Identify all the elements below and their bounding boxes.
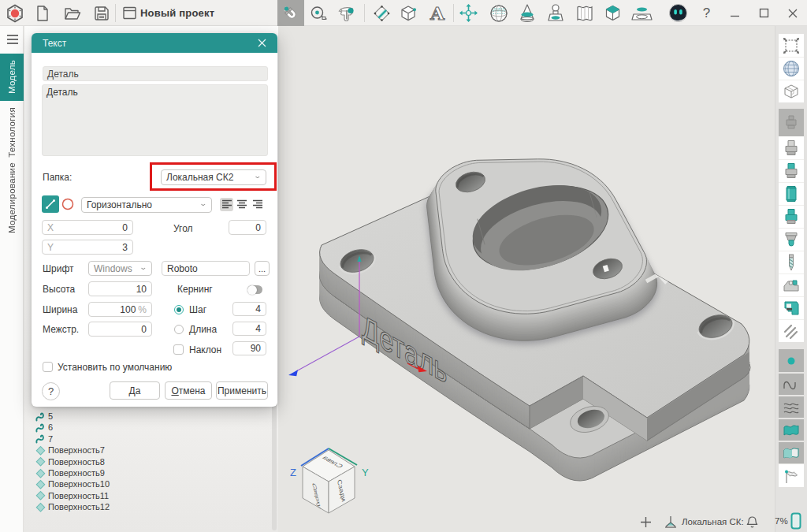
wave-surface-button[interactable]	[779, 395, 804, 418]
maximize-button[interactable]	[754, 0, 774, 26]
menu-hamburger-icon[interactable]	[7, 35, 18, 44]
punch-tool-button[interactable]	[779, 109, 804, 136]
ok-button[interactable]: Да	[110, 381, 160, 400]
slant-checkbox[interactable]	[173, 344, 184, 355]
dialog-help-button[interactable]: ?	[42, 382, 60, 400]
tree-item[interactable]: 5	[35, 411, 53, 422]
tree-item[interactable]: Поверхность10	[35, 478, 110, 490]
step-cone-button[interactable]	[779, 228, 804, 251]
tree-item[interactable]: Поверхность8	[35, 456, 105, 467]
close-button[interactable]	[783, 0, 803, 26]
step-input[interactable]: 4	[232, 302, 266, 316]
box-primitive-button[interactable]	[397, 0, 419, 26]
measure-tape-button[interactable]	[307, 0, 330, 26]
bolt-teal-flange-button[interactable]	[779, 205, 804, 228]
align-center-button[interactable]	[235, 198, 248, 211]
tree-item[interactable]: 6	[35, 422, 53, 433]
x-input[interactable]: X0	[42, 220, 133, 235]
length-input[interactable]: 4	[232, 322, 266, 336]
loft-surface-button[interactable]	[573, 0, 597, 26]
project-window-icon[interactable]	[119, 0, 139, 26]
folder-combobox[interactable]: Локальная СК2⌄	[161, 169, 266, 185]
minimize-button[interactable]	[725, 0, 745, 26]
step-radio[interactable]	[174, 305, 184, 314]
set-default-checkbox[interactable]	[43, 362, 53, 372]
text-tool-button[interactable]: A	[426, 0, 449, 26]
solid-box-button[interactable]	[601, 0, 624, 26]
viewport-3d[interactable]: Деталь Z Y Слева Сверху Сзади Локальная …	[278, 26, 775, 532]
align-left-button[interactable]	[220, 198, 233, 211]
tab-modeling[interactable]: Моделирование	[0, 166, 24, 230]
app-logo[interactable]	[3, 0, 27, 26]
name-input[interactable]: Деталь	[43, 66, 268, 81]
view-cube[interactable]: Z Y Слева Сверху Сзади	[290, 448, 369, 513]
point-tool-button[interactable]	[779, 349, 804, 372]
move-tool-button[interactable]	[457, 0, 480, 26]
font-source-combobox[interactable]: Windows⌄	[88, 261, 152, 276]
flag-half-button[interactable]	[779, 441, 804, 463]
height-input[interactable]: 10	[88, 281, 152, 296]
width-input[interactable]: 100%	[88, 302, 152, 317]
angle-input[interactable]: 0	[229, 220, 266, 235]
magnet-snap-button[interactable]	[277, 0, 304, 26]
coordinate-system-icon[interactable]	[662, 513, 679, 530]
mesh-sphere-button[interactable]	[487, 0, 511, 26]
tree-item[interactable]: Поверхность9	[35, 467, 105, 479]
title-bar: Новый проект	[0, 0, 807, 26]
svg-text:A: A	[430, 4, 445, 23]
flag-teal-button[interactable]	[779, 418, 804, 441]
sketch-plane-button[interactable]	[370, 0, 394, 26]
tree-item[interactable]: Поверхность11	[35, 489, 109, 501]
open-folder-button[interactable]	[61, 0, 83, 26]
hatch-lines-button[interactable]	[779, 319, 804, 342]
wireframe-sphere-button[interactable]	[779, 57, 804, 80]
viewcube-y-label[interactable]: Y	[362, 467, 369, 478]
zoom-percent: 7%	[775, 516, 788, 526]
stretch-sketch-button[interactable]	[779, 34, 804, 57]
help-button[interactable]: ?	[697, 0, 716, 26]
press-tool-button[interactable]	[544, 0, 567, 26]
new-document-button[interactable]	[32, 0, 53, 26]
tab-model[interactable]: Модель	[0, 54, 24, 101]
notification-bell-icon[interactable]	[743, 513, 761, 530]
shell-box-button[interactable]	[779, 80, 804, 102]
tab-technology[interactable]: Технология	[0, 104, 24, 161]
zoom-plus-button[interactable]	[637, 513, 654, 530]
length-radio[interactable]	[174, 325, 184, 334]
y-input[interactable]: Y3	[42, 240, 133, 255]
save-button[interactable]	[91, 0, 112, 26]
tree-item[interactable]: Поверхность7	[35, 445, 105, 456]
battery-icon[interactable]	[790, 512, 801, 530]
kerning-toggle[interactable]	[247, 285, 262, 294]
viewcube-z-label[interactable]: Z	[290, 467, 296, 478]
cylinder-teal-button[interactable]	[779, 182, 804, 205]
bolt-teal-top-button[interactable]	[779, 159, 804, 182]
tree-scrollbar[interactable]	[272, 403, 277, 530]
circle-mode-button[interactable]	[60, 196, 76, 212]
align-right-button[interactable]	[251, 198, 264, 211]
c-clamp-teal-button[interactable]	[779, 296, 804, 319]
line-mode-button[interactable]	[42, 195, 59, 213]
flag-point-button[interactable]	[779, 464, 804, 487]
direction-combobox[interactable]: Горизонтально⌄	[81, 197, 212, 213]
line-spacing-input[interactable]: 0	[88, 322, 152, 337]
caliper-button[interactable]	[335, 0, 359, 26]
dialog-close-icon[interactable]	[252, 33, 271, 53]
tree-item[interactable]: Поверхность12	[35, 501, 110, 513]
slant-input[interactable]: 90	[232, 341, 266, 355]
dialog-header[interactable]: Текст	[32, 33, 277, 53]
drill-bit-button[interactable]	[779, 251, 804, 273]
text-textarea[interactable]: Деталь	[42, 84, 268, 156]
spline-curve-button[interactable]	[779, 372, 804, 395]
tree-item[interactable]: 7	[35, 433, 53, 445]
active-cs-label[interactable]: Локальная СК:	[682, 513, 744, 530]
ai-assistant-button[interactable]	[666, 0, 690, 26]
bolt-gray-button[interactable]	[779, 136, 804, 159]
revolve-tool-button[interactable]	[515, 0, 539, 26]
apply-button[interactable]: Применить	[216, 381, 268, 400]
font-browse-button[interactable]: ...	[255, 261, 270, 276]
clamp-tool-button[interactable]	[779, 273, 804, 296]
platform-tool-button[interactable]	[630, 0, 653, 26]
cancel-button[interactable]: Отмена	[165, 381, 212, 400]
font-name-input[interactable]: Roboto	[162, 261, 250, 276]
